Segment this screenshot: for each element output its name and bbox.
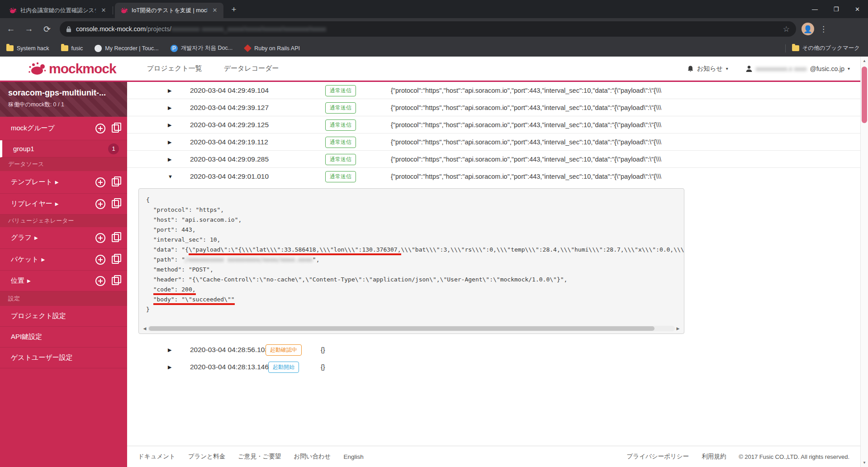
bookmark-label: Ruby on Rails API (254, 45, 300, 52)
row-expanded-icon[interactable]: ▼ (168, 168, 173, 185)
bookmarks-bar: System hack fusic ◷My Recorder | Touc...… (0, 40, 868, 57)
new-tab-button[interactable]: + (228, 5, 239, 15)
notice-dropdown[interactable]: お知らせ ▾ (687, 65, 728, 73)
add-graph-icon[interactable] (95, 233, 105, 243)
address-bar[interactable]: console.mock-mock.com/projects/xxxxxxxxx… (60, 21, 796, 37)
log-row[interactable]: ▶ 2020-03-04 04:29:19.112 通常送信 {"protoco… (127, 133, 860, 151)
sidebar-item-mock-group[interactable]: mockグループ (0, 117, 127, 140)
project-sidebar: soracom-gps-multiunit-... 稼働中のmock数: 0 /… (0, 82, 127, 467)
nav-project-list[interactable]: プロジェクト一覧 (147, 64, 202, 73)
footer-link-terms[interactable]: 利用規約 (702, 453, 726, 461)
log-timestamp: 2020-03-04 04:28:56.103 (190, 341, 269, 358)
sidebar-item-guest-user-settings[interactable]: ゲストユーザー設定 (0, 348, 127, 368)
account-name-redacted: xxxxxxxxxx.x xxxx (756, 65, 807, 72)
tab-close-icon[interactable]: ✕ (100, 6, 108, 14)
scrollbar-thumb[interactable] (862, 67, 867, 123)
add-packet-icon[interactable] (95, 255, 105, 265)
log-detail-json-block: { "protocol": "https", "host": "api.sora… (138, 188, 684, 334)
footer-link-documents[interactable]: ドキュメント (138, 453, 175, 461)
add-replayer-icon[interactable] (95, 199, 105, 209)
red-underline-annotation: "code": 200, (153, 286, 196, 295)
bookmark-my-recorder[interactable]: ◷My Recorder | Touc... (95, 45, 158, 52)
copy-packet-icon[interactable] (112, 256, 119, 264)
page-vertical-scrollbar[interactable]: ▲ ▼ (860, 57, 868, 467)
row-collapsed-icon[interactable]: ▶ (168, 82, 171, 99)
browser-menu-icon[interactable]: ⋮ (817, 24, 830, 34)
row-collapsed-icon[interactable]: ▶ (168, 116, 171, 133)
site-header: mockmock プロジェクト一覧 データレコーダー お知らせ ▾ xxxxxx… (0, 57, 868, 82)
url-host: console.mock-mock.com (76, 25, 146, 33)
copy-replayer-icon[interactable] (112, 200, 119, 208)
add-mock-group-icon[interactable] (95, 124, 105, 133)
site-footer: ドキュメント プランと料金 ご意見・ご要望 お問い合わせ English プライ… (127, 446, 860, 467)
log-table: ▶ 2020-03-04 04:29:49.104 通常送信 {"protoco… (127, 82, 860, 446)
copy-location-icon[interactable] (112, 277, 119, 285)
bookmarks-divider (785, 44, 786, 52)
browser-tab-2-active[interactable]: IoT開発のテストを支援 | mockmock ✕ (115, 3, 223, 18)
log-row[interactable]: ▶ 2020-03-04 04:29:29.125 通常送信 {"protoco… (127, 116, 860, 133)
copyright-text: © 2017 Fusic CO.,LTD. All rights reserve… (739, 453, 849, 460)
scroll-right-icon[interactable]: ▶ (675, 326, 681, 331)
footer-link-privacy-policy[interactable]: プライバシーポリシー (627, 453, 689, 461)
bookmark-ruby-on-rails-api[interactable]: Ruby on Rails API (244, 45, 300, 52)
scroll-down-icon[interactable]: ▼ (861, 461, 868, 465)
scroll-left-icon[interactable]: ◀ (142, 326, 148, 331)
account-dropdown[interactable]: xxxxxxxxxx.x xxxx @fusic.co.jp ▾ (745, 65, 850, 72)
detail-horizontal-scrollbar[interactable]: ◀ ▶ (142, 325, 681, 331)
window-minimize-button[interactable]: — (804, 0, 825, 18)
add-template-icon[interactable] (95, 177, 105, 187)
row-collapsed-icon[interactable]: ▶ (168, 358, 171, 376)
bookmark-star-icon[interactable]: ☆ (783, 24, 790, 34)
row-collapsed-icon[interactable]: ▶ (168, 151, 171, 168)
forward-button[interactable]: → (22, 22, 36, 36)
sidebar-item-template[interactable]: テンプレート▶ (0, 171, 127, 194)
footer-link-english[interactable]: English (344, 453, 364, 460)
log-row[interactable]: ▶ 2020-03-04 04:29:09.285 通常送信 {"protoco… (127, 151, 860, 168)
status-badge: 通常送信 (325, 137, 356, 148)
log-row[interactable]: ▶ 2020-03-04 04:29:39.127 通常送信 {"protoco… (127, 99, 860, 116)
scroll-up-icon[interactable]: ▲ (861, 59, 868, 63)
other-bookmarks-button[interactable]: その他のブックマーク (792, 44, 860, 52)
bookmark-developer-doc[interactable]: P개발자가 처음 Doc... (171, 44, 233, 52)
sidebar-item-packet[interactable]: パケット▶ (0, 249, 127, 271)
tab-close-icon[interactable]: ✕ (211, 6, 219, 14)
window-maximize-button[interactable]: ❐ (825, 0, 847, 18)
sidebar-item-graph[interactable]: グラフ▶ (0, 227, 127, 249)
log-row[interactable]: ▶ 2020-03-04 04:28:13.146 起動開始 {} (127, 358, 860, 376)
sidebar-item-api-key-settings[interactable]: API鍵設定 (0, 327, 127, 348)
mockmock-logo[interactable]: mockmock (28, 61, 116, 77)
back-button[interactable]: ← (4, 22, 18, 36)
account-domain: @fusic.co.jp (810, 65, 844, 72)
sidebar-item-project-settings[interactable]: プロジェクト設定 (0, 306, 127, 327)
log-timestamp: 2020-03-04 04:29:29.125 (190, 116, 269, 133)
sidebar-item-location[interactable]: 位置▶ (0, 271, 127, 291)
log-timestamp: 2020-03-04 04:28:13.146 (190, 358, 269, 376)
row-collapsed-icon[interactable]: ▶ (168, 99, 171, 116)
browser-profile-avatar[interactable]: 👤 (802, 23, 814, 35)
log-row[interactable]: ▶ 2020-03-04 04:29:49.104 通常送信 {"protoco… (127, 82, 860, 99)
sidebar-item-label: API鍵設定 (11, 333, 42, 341)
browser-tab-1[interactable]: 社内会議室鍵の位置確認システム ✕ (4, 3, 112, 18)
log-row[interactable]: ▶ 2020-03-04 04:28:56.103 起動確認中 {} (127, 341, 860, 358)
log-row-expanded[interactable]: ▼ 2020-03-04 04:29:01.010 通常送信 {"protoco… (127, 168, 860, 185)
copy-mock-group-icon[interactable] (112, 124, 119, 133)
bookmark-system-hack[interactable]: System hack (6, 45, 49, 52)
sidebar-item-label: ゲストユーザー設定 (11, 353, 73, 362)
window-close-button[interactable]: ✕ (847, 0, 868, 18)
copy-graph-icon[interactable] (112, 234, 119, 242)
footer-link-feedback[interactable]: ご意見・ご要望 (238, 453, 281, 461)
bookmark-fusic[interactable]: fusic (61, 45, 83, 52)
add-location-icon[interactable] (95, 276, 105, 286)
footer-link-contact[interactable]: お問い合わせ (294, 453, 331, 461)
sidebar-item-replayer[interactable]: リプレイヤー▶ (0, 194, 127, 214)
row-collapsed-icon[interactable]: ▶ (168, 341, 171, 358)
reload-button[interactable]: ⟳ (40, 22, 54, 36)
nav-data-recorder[interactable]: データレコーダー (224, 64, 279, 73)
row-collapsed-icon[interactable]: ▶ (168, 133, 171, 151)
scrollbar-thumb[interactable] (149, 326, 655, 331)
status-badge: 通常送信 (325, 85, 356, 96)
footer-link-plans[interactable]: プランと料金 (188, 453, 225, 461)
copy-template-icon[interactable] (112, 178, 119, 186)
sidebar-item-label: mockグループ (11, 124, 55, 133)
sidebar-item-group1[interactable]: group1 1 (0, 140, 127, 157)
